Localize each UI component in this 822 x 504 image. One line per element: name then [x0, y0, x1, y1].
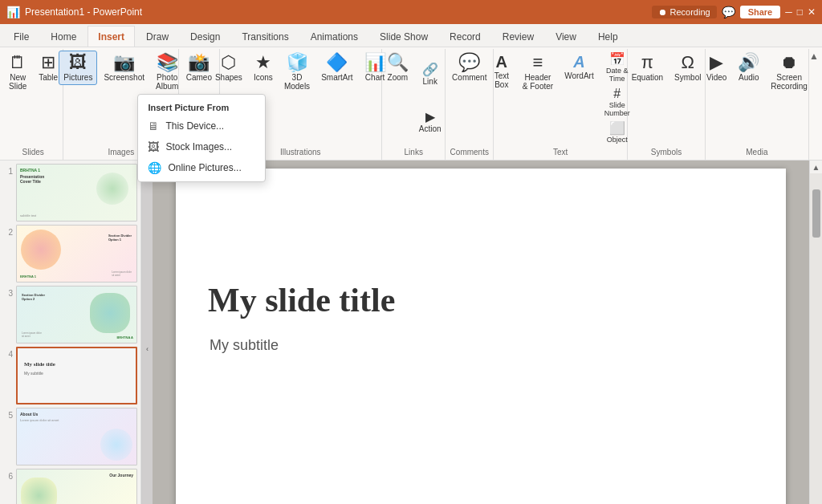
tab-design[interactable]: Design	[180, 26, 230, 47]
video-label: Video	[706, 73, 726, 82]
slide-item-4[interactable]: 4 My slide title My subtitle	[3, 347, 137, 404]
right-scrollbar[interactable]: ▲ ▼ ⋮	[809, 161, 822, 504]
comment-icon[interactable]: 💬	[722, 6, 735, 18]
photo-album-icon: 📚	[157, 54, 178, 71]
panel-collapse-arrow[interactable]: ‹	[141, 161, 153, 504]
video-button[interactable]: ▶ Video	[702, 51, 731, 85]
tab-file[interactable]: File	[3, 26, 39, 47]
tab-slideshow[interactable]: Slide Show	[369, 26, 438, 47]
stock-images-label: Stock Images...	[165, 141, 232, 152]
screen-recording-label: ScreenRecording	[771, 73, 808, 91]
text-box-button[interactable]: A TextBox	[487, 51, 516, 92]
new-slide-button[interactable]: 🗒 NewSlide	[3, 51, 32, 94]
date-time-label: Date &Time	[606, 67, 629, 83]
title-bar-left: 📊 Presentation1 - PowerPoint	[6, 6, 142, 18]
close-icon[interactable]: ✕	[808, 6, 816, 18]
wordart-icon: A	[573, 54, 584, 70]
link-label: Link	[423, 77, 437, 86]
ribbon-group-media: ▶ Video 🔊 Audio ⏺ ScreenRecording Media	[706, 49, 809, 160]
ribbon-group-text: A TextBox ≡ Header& Footer A WordArt 📅 D…	[494, 49, 628, 160]
audio-icon: 🔊	[738, 54, 759, 71]
tab-record[interactable]: Record	[439, 26, 491, 47]
equation-icon: π	[641, 54, 653, 71]
slides-group-label: Slides	[22, 146, 44, 158]
comment-icon: 💬	[458, 54, 480, 71]
tab-insert[interactable]: Insert	[87, 26, 135, 47]
record-dot-icon: ⏺	[658, 7, 667, 17]
dropdown-stock-images[interactable]: 🖼 Stock Images...	[138, 136, 265, 157]
minimize-icon[interactable]: ─	[785, 6, 792, 18]
screen-recording-icon: ⏺	[780, 54, 798, 71]
comment-label: Comment	[452, 73, 486, 82]
tab-bar: File Home Insert Draw Design Transitions…	[0, 24, 822, 47]
link-button[interactable]: 🔗 Link	[415, 61, 446, 88]
link-icon: 🔗	[422, 63, 438, 76]
slide-item-2[interactable]: 2 Section DividerOption 1 Lorem ipsum do…	[3, 225, 137, 282]
ribbon-group-slides: 🗒 NewSlide ⊞ Table Slides	[3, 49, 63, 160]
cameo-icon: 📸	[188, 54, 210, 71]
tab-draw[interactable]: Draw	[136, 26, 179, 47]
scroll-up-arrow[interactable]: ▲	[810, 161, 823, 173]
slide-number-2: 2	[3, 228, 13, 237]
tab-home[interactable]: Home	[40, 26, 87, 47]
slide-number-1: 1	[3, 167, 13, 176]
tab-review[interactable]: Review	[492, 26, 544, 47]
canvas-area: My slide title My subtitle	[153, 161, 809, 504]
3d-models-button[interactable]: 🧊 3DModels	[279, 51, 315, 94]
online-pictures-icon: 🌐	[148, 161, 161, 174]
images-group-label: Images	[108, 146, 134, 158]
table-label: Table	[39, 73, 58, 82]
comments-group-items: 💬 Comment	[447, 51, 491, 146]
icons-button[interactable]: ★ Icons	[249, 51, 278, 85]
tab-transitions[interactable]: Transitions	[231, 26, 299, 47]
equation-button[interactable]: π Equation	[627, 51, 668, 85]
3d-models-label: 3DModels	[284, 73, 310, 91]
smartart-button[interactable]: 🔷 SmartArt	[316, 51, 357, 85]
slide-main-subtitle[interactable]: My subtitle	[210, 337, 279, 354]
slide-item-1[interactable]: 1 BRHTNA 1 PresentationCover Title subti…	[3, 164, 137, 222]
audio-button[interactable]: 🔊 Audio	[733, 51, 764, 85]
recording-button[interactable]: ⏺ Recording	[652, 6, 717, 18]
dropdown-online-pictures[interactable]: 🌐 Online Pictures...	[138, 157, 265, 178]
link-action-col: 🔗 Link ▶ Action	[415, 51, 446, 146]
slide-item-6[interactable]: 6 Our Journey Lorem ipsum	[3, 469, 137, 504]
shapes-icon: ⬡	[221, 54, 236, 71]
scroll-track[interactable]	[810, 173, 822, 504]
cameo-label: Cameo	[186, 73, 212, 82]
comment-button[interactable]: 💬 Comment	[447, 51, 491, 85]
pictures-icon: 🖼	[69, 54, 87, 71]
shapes-button[interactable]: ⬡ Shapes	[210, 51, 247, 85]
tab-view[interactable]: View	[545, 26, 587, 47]
scroll-thumb[interactable]	[812, 189, 820, 238]
slide-main-title[interactable]: My slide title	[208, 281, 395, 319]
share-button[interactable]: Share	[740, 6, 781, 18]
ribbon-group-images: 🖼 Pictures 📷 Screenshot 📚 PhotoAlbum Ima…	[63, 49, 179, 160]
pictures-button[interactable]: 🖼 Pictures	[59, 51, 97, 85]
icons-label: Icons	[254, 73, 273, 82]
header-footer-button[interactable]: ≡ Header& Footer	[518, 51, 558, 94]
dropdown-this-device[interactable]: 🖥 This Device...	[138, 116, 265, 136]
screen-recording-button[interactable]: ⏺ ScreenRecording	[766, 51, 812, 94]
slide-item-3[interactable]: 3 Section DividerOption 2 Lorem ipsum do…	[3, 286, 137, 343]
maximize-icon[interactable]: □	[797, 6, 803, 18]
ribbon-group-links: 🔍 Zoom 🔗 Link ▶ Action Links	[382, 49, 446, 160]
slide-canvas[interactable]: My slide title My subtitle	[176, 169, 786, 504]
3d-models-icon: 🧊	[287, 54, 308, 71]
stock-images-icon: 🖼	[148, 140, 159, 153]
table-icon: ⊞	[41, 54, 55, 71]
smartart-label: SmartArt	[321, 73, 352, 82]
action-button[interactable]: ▶ Action	[415, 108, 446, 136]
symbol-button[interactable]: Ω Symbol	[669, 51, 706, 85]
tab-help[interactable]: Help	[588, 26, 629, 47]
header-footer-label: Header& Footer	[523, 73, 553, 91]
slide-item-5[interactable]: 5 About Us Lorem ipsum dolor sit amet	[3, 408, 137, 465]
screenshot-button[interactable]: 📷 Screenshot	[99, 51, 149, 85]
zoom-button[interactable]: 🔍 Zoom	[382, 51, 413, 85]
audio-label: Audio	[739, 73, 759, 82]
shapes-label: Shapes	[215, 73, 242, 82]
slide-thumb-5: About Us Lorem ipsum dolor sit amet	[16, 408, 137, 465]
tab-animations[interactable]: Animations	[300, 26, 368, 47]
wordart-button[interactable]: A WordArt	[560, 51, 599, 83]
object-icon: ⬜	[609, 122, 625, 135]
this-device-label: This Device...	[165, 120, 224, 132]
